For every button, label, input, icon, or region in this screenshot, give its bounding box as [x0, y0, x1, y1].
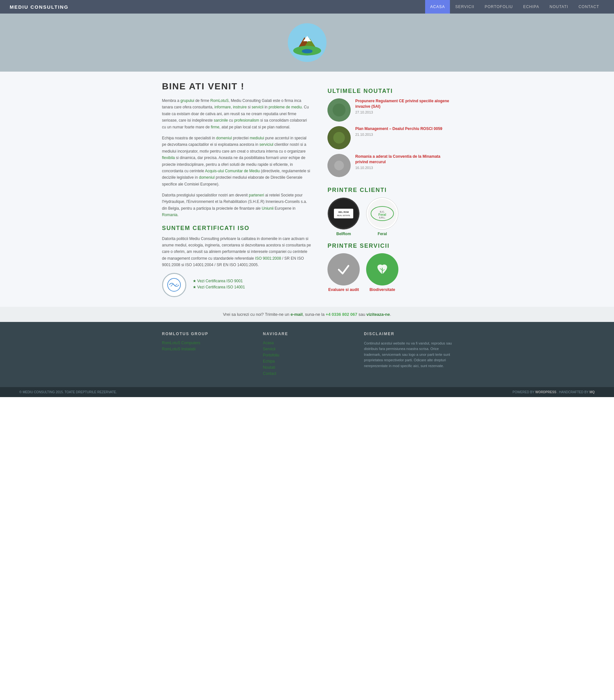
cta-separator1: suna-ne la	[305, 312, 325, 317]
nav-echipa[interactable]: ECHIPA	[518, 0, 545, 14]
footer-nav-portofoliu[interactable]: Portofoliu	[263, 353, 351, 358]
clients-row: BEL ROM REAL ESTATE BelRom S.C.	[328, 197, 452, 236]
parteneri-link[interactable]: parteneri	[249, 193, 264, 197]
client-belrom: BEL ROM REAL ESTATE BelRom	[328, 197, 360, 236]
nav-noutati[interactable]: NOUTATI	[545, 0, 573, 14]
main-content: BINE ATI VENIT ! Membra a grupului de fi…	[0, 72, 614, 307]
news-item-1: Propunere Regulament CE privind speciile…	[328, 98, 452, 122]
svg-text:S.R.L.: S.R.L.	[379, 216, 385, 219]
iso-links: Vezi Certificarea ISO 9001 Vezi Certific…	[193, 279, 245, 291]
hero-logo	[288, 23, 327, 62]
news-info-3: Romania a aderat la Conventia de la Mina…	[355, 154, 452, 170]
servicii-link1[interactable]: servicii	[252, 105, 264, 109]
footer-nav-noutati[interactable]: Noutati	[263, 365, 351, 370]
news-date-3: 16.10.2013	[355, 166, 452, 170]
clients-title: PRINTRE CLIENTI	[328, 187, 452, 193]
footer-disclaimer-text: Continutul acestui website nu va fi vand…	[364, 341, 452, 369]
iso14001-cert-link[interactable]: Vezi Certificarea ISO 14001	[193, 285, 245, 289]
news-item-2: Plan Management – Dealul Perchiu ROSCI 0…	[328, 126, 452, 149]
biodiversitate-name: Biodiversitate	[366, 287, 398, 292]
svg-point-13	[334, 161, 344, 170]
news-info-1: Propunere Regulament CE privind speciile…	[355, 98, 452, 114]
svg-text:Feral: Feral	[379, 213, 386, 216]
bottom-bar: © MEDIU CONSULTING 2015. TOATE DREPTURIL…	[0, 387, 614, 397]
flexibila-link[interactable]: flexibila	[162, 155, 175, 160]
domeniul-link[interactable]: domeniul	[216, 136, 232, 140]
nav-servicii[interactable]: SERVICII	[450, 0, 479, 14]
svg-point-11	[333, 132, 345, 143]
services-title: PRINTRE SERVICII	[328, 242, 452, 249]
belrom-logo: BEL ROM REAL ESTATE	[328, 197, 360, 230]
footer-romlotus-title: ROMLOTUS GROUP	[162, 332, 250, 336]
news-date-2: 21.10.2013	[355, 133, 442, 136]
svg-point-9	[333, 103, 346, 116]
nav-acasa[interactable]: ACASA	[425, 0, 450, 14]
romania-link[interactable]: Romania	[162, 213, 178, 217]
footer-nav-contact[interactable]: Contact	[263, 371, 351, 376]
left-column: BINE ATI VENIT ! Membra a grupului de fi…	[162, 81, 312, 297]
firme-link[interactable]: firme	[211, 125, 219, 129]
client-feral: S.C. Feral S.R.L. Feral	[366, 197, 398, 236]
uniunii-link[interactable]: Uniunii	[262, 206, 274, 211]
services-section: PRINTRE SERVICII Evaluare si audit	[328, 242, 452, 292]
news-date-1: 27.10.2013	[355, 110, 452, 114]
svg-text:BEL ROM: BEL ROM	[338, 211, 349, 213]
nav-portofoliu[interactable]: PORTOFOLIU	[479, 0, 518, 14]
nav-contact[interactable]: CONTACT	[573, 0, 604, 14]
footer-disclaimer-title: DISCLAIMER	[364, 332, 452, 336]
iso-content: Vezi Certificarea ISO 9001 Vezi Certific…	[162, 273, 312, 297]
welcome-title: BINE ATI VENIT !	[162, 81, 312, 92]
service-evaluare: Evaluare si audit	[328, 253, 360, 292]
romlotus-instalatii-link[interactable]: RomLotuS Instalatii	[162, 347, 250, 351]
cta-text: Vrei sa lucrezi cu noi? Trimite-ne un	[223, 312, 290, 317]
feral-logo: S.C. Feral S.R.L.	[366, 197, 398, 230]
cta-separator2: sau	[358, 312, 367, 317]
news-section: ULTIMELE NOUTATI Propunere Regulament CE…	[328, 88, 452, 177]
footer-grid: ROMLOTUS GROUP RomLotuS Computers RomLot…	[162, 332, 452, 377]
iso-title: SUNTEM CERTIFICATI ISO	[162, 225, 312, 232]
news-info-2: Plan Management – Dealul Perchiu ROSCI 0…	[355, 126, 442, 136]
sarcinile-link[interactable]: sarcinile	[214, 118, 228, 123]
cta-phone-link[interactable]: +4 0336 802 067	[326, 312, 357, 317]
news-thumb-2	[328, 126, 351, 149]
news-item-3: Romania a aderat la Conventia de la Mina…	[328, 154, 452, 177]
news-link-1[interactable]: Propunere Regulament CE privind speciile…	[355, 99, 449, 109]
footer-romlotus: ROMLOTUS GROUP RomLotuS Computers RomLot…	[162, 332, 250, 377]
hero-banner	[0, 14, 614, 72]
profesionalism-link[interactable]: profesionalism	[234, 118, 259, 123]
mediului-link[interactable]: mediului	[250, 136, 264, 140]
serviciul-link[interactable]: serviciul	[259, 142, 273, 147]
instruire-link[interactable]: instruire	[233, 105, 247, 109]
main-nav: ACASA SERVICII PORTOFOLIU ECHIPA NOUTATI…	[425, 0, 604, 14]
copyright-text: © MEDIU CONSULTING 2015. TOATE DREPTURIL…	[20, 390, 117, 394]
probleme-link[interactable]: probleme de mediu	[268, 105, 302, 109]
news-thumb-3	[328, 154, 351, 177]
footer-nav-echipa[interactable]: Echipa	[263, 359, 351, 364]
mq-label: MQ	[589, 390, 594, 394]
informare-link[interactable]: informare	[214, 105, 231, 109]
footer-navigare: NAVIGARE Acasa Servicii Portofoliu Echip…	[263, 332, 351, 377]
acquis-link[interactable]: Acquis-ului Comunitar de Mediu	[205, 169, 260, 173]
news-link-3[interactable]: Romania a aderat la Conventia de la Mina…	[355, 154, 440, 164]
evaluare-name: Evaluare si audit	[328, 287, 360, 292]
romlotus-link[interactable]: RomLotuS	[210, 98, 229, 103]
evaluare-icon[interactable]	[328, 253, 360, 286]
romlotus-computers-link[interactable]: RomLotuS Computers	[162, 341, 250, 345]
wordpress-label: WORDPRESS	[535, 390, 557, 394]
biodiversitate-icon[interactable]	[366, 253, 398, 286]
svg-point-6	[302, 49, 312, 53]
cta-visit-link[interactable]: viziteaza-ne	[367, 312, 390, 317]
news-link-2[interactable]: Plan Management – Dealul Perchiu ROSCI 0…	[355, 126, 442, 131]
cta-email-link[interactable]: e-mail	[291, 312, 303, 317]
iso9001-link[interactable]: ISO 9001:2008	[255, 256, 281, 261]
belrom-name: BelRom	[328, 232, 360, 236]
iso9001-cert-link[interactable]: Vezi Certificarea ISO 9001	[193, 279, 245, 283]
clients-section: PRINTRE CLIENTI BEL ROM REAL ESTATE BelR…	[328, 187, 452, 236]
svg-text:REAL ESTATE: REAL ESTATE	[337, 214, 350, 216]
footer-nav-acasa[interactable]: Acasa	[263, 341, 351, 345]
footer-nav-servicii[interactable]: Servicii	[263, 347, 351, 351]
domeniu-link2[interactable]: domeniul	[199, 175, 215, 180]
welcome-para-3: Datorita prestigiului specialistilor nos…	[162, 192, 312, 218]
grupului-link[interactable]: grupului	[180, 98, 194, 103]
iso-text: Datorita politicii Mediu Consulting priv…	[162, 236, 312, 268]
